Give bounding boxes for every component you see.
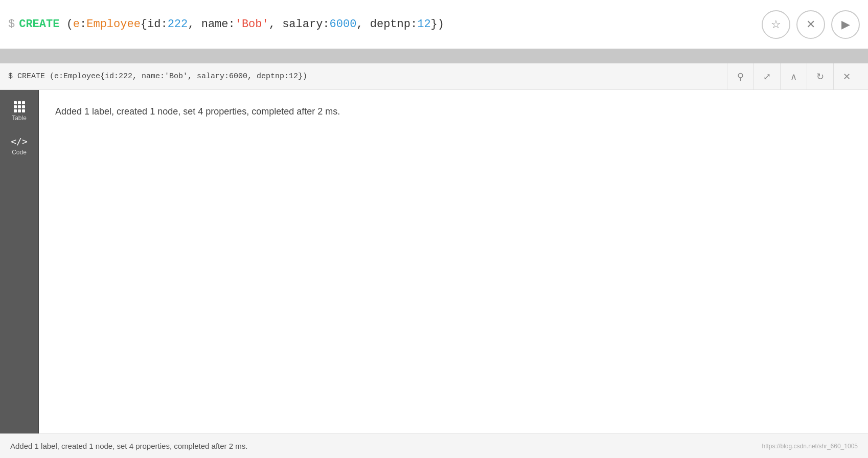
query-input-area[interactable]: $ CREATE (e:Employee{id:222, name:'Bob',… bbox=[8, 18, 753, 31]
keyword-create: CREATE bbox=[19, 18, 59, 31]
close-button[interactable]: ✕ bbox=[796, 10, 825, 39]
middle-divider bbox=[0, 49, 868, 63]
sidebar-code-label: Code bbox=[12, 149, 27, 156]
bottom-url: https://blog.csdn.net/shr_660_1005 bbox=[762, 443, 858, 450]
result-query-text: CREATE (e:Employee{id:222, name:'Bob', s… bbox=[17, 72, 307, 81]
paren-open: ( bbox=[66, 18, 73, 31]
query-text: CREATE (e:Employee{id:222, name:'Bob', s… bbox=[19, 18, 444, 31]
result-header-actions: ⚲ ⤢ ∧ ↻ ✕ bbox=[727, 63, 860, 90]
var-e: e bbox=[73, 18, 80, 31]
dismiss-button[interactable]: ✕ bbox=[833, 63, 860, 90]
content-row: Table </> Code Added 1 label, created 1 … bbox=[0, 90, 868, 433]
sidebar: Table </> Code bbox=[0, 90, 39, 433]
result-section: $ CREATE (e:Employee{id:222, name:'Bob',… bbox=[0, 63, 868, 458]
result-header-query: $ CREATE (e:Employee{id:222, name:'Bob',… bbox=[8, 72, 727, 81]
refresh-button[interactable]: ↻ bbox=[807, 63, 833, 90]
run-button[interactable]: ▶ bbox=[831, 10, 860, 39]
main-area: $ CREATE (e:Employee{id:222, name:'Bob',… bbox=[0, 63, 868, 458]
bottom-status-text: Added 1 label, created 1 node, set 4 pro… bbox=[10, 442, 762, 450]
star-button[interactable]: ☆ bbox=[762, 10, 790, 39]
top-query-bar: $ CREATE (e:Employee{id:222, name:'Bob',… bbox=[0, 0, 868, 49]
result-body: Added 1 label, created 1 node, set 4 pro… bbox=[39, 90, 868, 433]
bottom-status-bar: Added 1 label, created 1 node, set 4 pro… bbox=[0, 433, 868, 458]
result-message: Added 1 label, created 1 node, set 4 pro… bbox=[55, 104, 852, 119]
pin-button[interactable]: ⚲ bbox=[727, 63, 753, 90]
collapse-button[interactable]: ∧ bbox=[780, 63, 807, 90]
expand-button[interactable]: ⤢ bbox=[753, 63, 780, 90]
sidebar-item-table[interactable]: Table bbox=[0, 94, 38, 129]
label-employee: Employee bbox=[86, 18, 141, 31]
table-icon bbox=[14, 101, 25, 112]
result-dollar: $ bbox=[8, 72, 17, 81]
sidebar-item-code[interactable]: </> Code bbox=[0, 129, 38, 163]
result-header: $ CREATE (e:Employee{id:222, name:'Bob',… bbox=[0, 63, 868, 90]
sidebar-table-label: Table bbox=[12, 114, 27, 122]
code-icon: </> bbox=[11, 136, 28, 147]
top-actions: ☆ ✕ ▶ bbox=[762, 10, 860, 39]
dollar-sign: $ bbox=[8, 18, 15, 31]
